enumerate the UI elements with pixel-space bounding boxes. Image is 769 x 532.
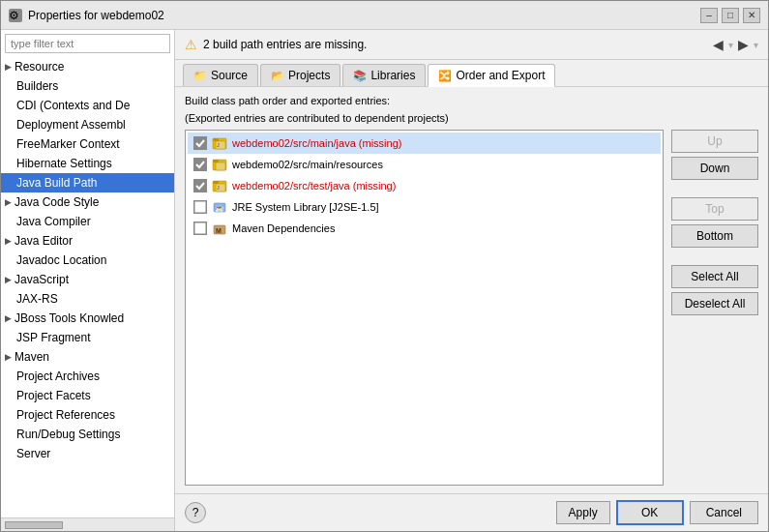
- entry-icon-2: J: [212, 178, 227, 193]
- entry-item-0[interactable]: J webdemo02/src/main/java (missing): [188, 133, 661, 154]
- source-tab-icon: 📁: [193, 70, 207, 82]
- filter-input[interactable]: [5, 34, 170, 53]
- libraries-tab-icon: 📚: [353, 70, 367, 82]
- select-all-button[interactable]: Select All: [671, 265, 758, 288]
- main-panel: ⚠ 2 build path entries are missing. ◀ ▾ …: [175, 30, 768, 531]
- sidebar-item-4[interactable]: FreeMarker Context: [1, 134, 174, 154]
- footer-right: Apply OK Cancel: [556, 500, 758, 525]
- nav-back-button[interactable]: ◀: [710, 36, 726, 53]
- entry-label-2: webdemo02/src/test/java (missing): [232, 180, 396, 192]
- tab-libraries-label: Libraries: [370, 69, 415, 82]
- sidebar-item-8[interactable]: Java Compiler: [1, 212, 174, 231]
- top-button[interactable]: Top: [671, 197, 758, 221]
- sidebar-item-18[interactable]: Project References: [1, 405, 174, 425]
- svg-rect-14: [194, 201, 206, 213]
- sidebar-item-13[interactable]: ▶JBoss Tools Knowled: [1, 309, 174, 328]
- maximize-button[interactable]: □: [722, 8, 739, 23]
- entry-checkbox-4[interactable]: [193, 222, 207, 235]
- side-buttons: Up Down Top Bottom Select All Deselect A…: [671, 130, 758, 486]
- ok-button[interactable]: OK: [616, 500, 684, 525]
- entry-item-2[interactable]: J webdemo02/src/test/java (missing): [188, 175, 661, 196]
- panel-content: Build class path order and exported entr…: [175, 87, 768, 493]
- entry-label-3: JRE System Library [J2SE-1.5]: [232, 201, 379, 213]
- sidebar-item-2[interactable]: CDI (Contexts and De: [1, 96, 174, 115]
- svg-rect-0: [194, 137, 206, 149]
- sidebar-item-20[interactable]: Server: [1, 444, 174, 463]
- svg-text:M: M: [216, 227, 222, 234]
- svg-rect-8: [216, 163, 225, 170]
- nav-forward-button[interactable]: ▶: [735, 36, 752, 53]
- tab-projects-label: Projects: [288, 69, 330, 82]
- bottom-button[interactable]: Bottom: [671, 224, 758, 248]
- sidebar-item-10[interactable]: Javadoc Location: [1, 251, 174, 270]
- window-icon: ⚙: [9, 9, 22, 22]
- sidebar-item-3[interactable]: Deployment Assembl: [1, 115, 174, 134]
- up-button[interactable]: Up: [671, 130, 758, 153]
- sidebar-item-7[interactable]: ▶Java Code Style: [1, 192, 174, 212]
- sidebar-item-5[interactable]: Hibernate Settings: [1, 154, 174, 173]
- deselect-all-button[interactable]: Deselect All: [671, 292, 758, 315]
- cancel-button[interactable]: Cancel: [690, 501, 758, 524]
- sidebar-list: ▶ResourceBuildersCDI (Contexts and DeDep…: [1, 57, 174, 517]
- svg-rect-7: [213, 160, 219, 163]
- sidebar-item-17[interactable]: Project Facets: [1, 386, 174, 405]
- sidebar-bottom-scrollbar[interactable]: [1, 517, 174, 531]
- order-export-tab-icon: 🔀: [438, 70, 452, 82]
- help-button[interactable]: ?: [185, 502, 206, 523]
- title-bar: ⚙ Properties for webdemo02 – □ ✕: [1, 1, 768, 30]
- entry-item-4[interactable]: M Maven Dependencies: [188, 218, 661, 239]
- footer: ? Apply OK Cancel: [175, 493, 768, 531]
- apply-button[interactable]: Apply: [556, 501, 610, 524]
- sidebar-item-14[interactable]: JSP Fragment: [1, 328, 174, 347]
- minimize-button[interactable]: –: [700, 8, 718, 23]
- nav-arrows: ◀ ▾ ▶ ▾: [710, 36, 758, 53]
- entry-label-4: Maven Dependencies: [232, 222, 335, 234]
- svg-rect-17: [194, 222, 206, 234]
- entry-checkbox-1[interactable]: [193, 158, 207, 171]
- sidebar-item-9[interactable]: ▶Java Editor: [1, 231, 174, 251]
- window-title: Properties for webdemo02: [28, 9, 164, 22]
- svg-rect-2: [213, 138, 219, 141]
- tab-libraries[interactable]: 📚 Libraries: [342, 64, 426, 86]
- entry-icon-3: ☕: [212, 199, 227, 215]
- sidebar-item-0[interactable]: ▶Resource: [1, 57, 174, 76]
- content-area: ▶ResourceBuildersCDI (Contexts and DeDep…: [1, 30, 768, 531]
- tab-order-export-label: Order and Export: [456, 69, 545, 82]
- entry-checkbox-0[interactable]: [193, 136, 207, 150]
- top-bar: ⚠ 2 build path entries are missing. ◀ ▾ …: [175, 30, 768, 60]
- sidebar: ▶ResourceBuildersCDI (Contexts and DeDep…: [1, 30, 175, 531]
- svg-text:J: J: [217, 142, 220, 148]
- entry-checkbox-3[interactable]: [193, 200, 207, 214]
- sidebar-item-19[interactable]: Run/Debug Settings: [1, 425, 174, 444]
- entry-item-1[interactable]: webdemo02/src/main/resources: [188, 154, 661, 175]
- warning-text: 2 build path entries are missing.: [203, 38, 367, 51]
- entry-label-1: webdemo02/src/main/resources: [232, 159, 383, 170]
- sidebar-item-6[interactable]: Java Build Path: [1, 173, 174, 192]
- warning-row: ⚠ 2 build path entries are missing.: [185, 37, 367, 52]
- sidebar-item-15[interactable]: ▶Maven: [1, 347, 174, 367]
- entry-item-3[interactable]: ☕ JRE System Library [J2SE-1.5]: [188, 196, 661, 218]
- entry-checkbox-2[interactable]: [193, 179, 207, 192]
- down-button[interactable]: Down: [671, 157, 758, 180]
- desc-line2: (Exported entries are contributed to dep…: [185, 112, 758, 124]
- sidebar-item-11[interactable]: ▶JavaScript: [1, 270, 174, 289]
- entry-icon-4: M: [212, 221, 227, 236]
- scrollbar-thumb: [5, 521, 63, 529]
- tab-projects[interactable]: 📂 Projects: [260, 64, 340, 86]
- nav-divider2: ▾: [754, 40, 758, 50]
- entry-icon-1: [212, 157, 227, 172]
- sidebar-item-16[interactable]: Project Archives: [1, 367, 174, 386]
- close-button[interactable]: ✕: [743, 8, 760, 23]
- entry-icon-0: J: [212, 135, 227, 151]
- entries-list: J webdemo02/src/main/java (missing): [185, 130, 664, 486]
- svg-text:☕: ☕: [215, 203, 224, 213]
- sidebar-item-1[interactable]: Builders: [1, 76, 174, 96]
- tab-order-export[interactable]: 🔀 Order and Export: [428, 64, 555, 87]
- nav-divider: ▾: [728, 40, 733, 50]
- sidebar-item-12[interactable]: JAX-RS: [1, 289, 174, 309]
- svg-rect-5: [194, 159, 206, 170]
- title-bar-left: ⚙ Properties for webdemo02: [9, 9, 164, 22]
- tab-source[interactable]: 📁 Source: [183, 64, 258, 86]
- warning-icon: ⚠: [185, 37, 197, 52]
- tab-source-label: Source: [211, 69, 248, 82]
